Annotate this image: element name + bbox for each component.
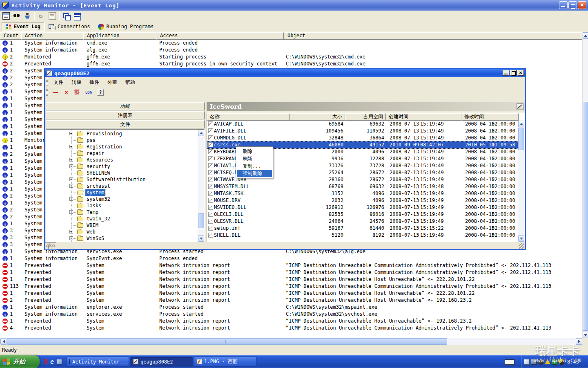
table-row[interactable]: 4 Prevented System Network intrusion rep… [0,325,582,332]
column-header-action[interactable]: Action [21,32,83,40]
report-icon[interactable] [49,12,56,20]
network-tray-icon[interactable] [531,359,537,365]
tree-item[interactable]: repair [46,150,198,157]
menu-item[interactable]: 插件 [85,78,103,86]
context-menu-item[interactable]: 刷新 [237,155,272,162]
file-row[interactable]: SHELL.DLL 5120 8192 2008-07-13 15:19:49 … [207,232,519,239]
table-row[interactable]: 1 Prevented System Network intrusion rep… [0,262,582,269]
icesword-window[interactable]: qeagup808E2 文件转储插件外观帮助 × GDT IDT LOG ? [44,68,526,250]
gdt-idt-tool[interactable]: GDT IDT [74,90,80,95]
warning-tray-icon[interactable] [545,359,550,364]
column-header-access[interactable]: Access [156,32,284,40]
column-header-count[interactable]: Count [0,32,21,40]
scroll-up-button[interactable] [583,32,588,39]
tree-item[interactable]: + Provisioning [46,130,198,137]
tree-item[interactable]: SHELLNEW [46,170,198,176]
column-header-application[interactable]: Application [83,32,156,40]
list-scroll-thumb[interactable] [518,128,525,150]
file-row[interactable]: OLESVR.DLL 24064 24576 2008-07-13 15:19:… [207,218,519,225]
icesword-minimize-button[interactable] [503,70,509,76]
minimize-button[interactable] [559,1,568,9]
tab-running-programs[interactable]: Running Programs [94,22,158,31]
table-row[interactable]: 1 System information explorer.exe Proces… [0,304,582,311]
table-row[interactable]: 1 Prevented System Network intrusion rep… [0,276,582,283]
tree-expander-icon[interactable]: + [69,177,73,181]
icesword-close-button[interactable] [517,70,524,76]
opera-icon[interactable]: O [44,358,47,366]
properties-icon[interactable] [2,12,10,20]
table-row[interactable]: 2 Prevented gff6.exe Starting process in… [0,61,582,67]
column-header-size[interactable]: 大小 [290,113,345,121]
refresh-icon[interactable] [38,12,45,20]
main-vertical-scrollbar[interactable] [582,32,588,338]
scroll-right-button[interactable] [576,338,582,345]
menu-item[interactable]: 帮助 [121,78,139,86]
minus-tool-icon[interactable] [53,92,58,93]
scroll-down-button[interactable] [583,332,588,338]
tree-expander-icon[interactable]: + [69,184,73,188]
opera-tray-icon[interactable] [538,359,543,365]
tree-expander-icon[interactable]: + [69,210,73,214]
tree-scroll-down-button[interactable] [198,235,205,242]
file-row[interactable]: MMSYSTEM.DLL 68768 69632 2008-07-13 15:1… [207,183,519,190]
table-row[interactable]: 1 System information alg.exe Process end… [0,47,582,54]
tab-event-log[interactable]: Event Log [2,22,45,31]
kaka-tray-icon[interactable] [552,359,557,365]
delete-tool-icon[interactable]: × [65,89,68,96]
column-header-created[interactable]: 创建时间 [386,113,461,121]
tile-windows-icon[interactable] [74,12,81,20]
tree-item[interactable]: + security [46,163,198,170]
icesword-tray-icon[interactable] [524,359,530,365]
file-row[interactable]: setup.inf 59167 61440 2008-07-13 15:15:2… [207,225,519,232]
icesword-titlebar[interactable]: qeagup808E2 [45,69,525,77]
tree-expander-icon[interactable]: + [69,197,73,201]
file-row[interactable]: COMMDLG.DLL 32848 36864 2008-07-13 15:19… [207,135,519,141]
tree-item[interactable]: WBEM [46,222,198,229]
column-header-object[interactable]: Object [284,32,582,40]
tree-item[interactable]: + system32 [46,196,198,202]
menu-item[interactable]: 文件 [49,78,67,86]
tree-item[interactable]: + Registration [46,144,198,150]
keyboard-language-icon[interactable] [505,359,514,365]
close-button[interactable] [578,1,586,9]
nav-button-functions[interactable]: 功能 [46,102,205,110]
file-row[interactable]: AVICAP.DLL 69584 69632 2008-07-13 15:19:… [207,121,519,128]
table-row[interactable]: 1 Prevented System Network intrusion rep… [0,318,582,325]
tray-clock[interactable]: 8:43 [567,359,579,365]
menu-item[interactable]: 外观 [103,78,121,86]
quicklaunch-app-icon[interactable] [57,359,62,365]
context-menu-item[interactable]: 删除 [237,148,272,155]
taskbar-button-qeagup[interactable]: qeagup808E2 [130,357,193,367]
menu-item[interactable]: 转储 [67,78,85,86]
taskbar-button-paint[interactable]: 1.PNG - 画图 [194,357,256,367]
tree-expander-icon[interactable]: + [69,158,73,162]
log-tool[interactable]: LOG [85,90,92,94]
file-list-scrollbar[interactable] [518,121,524,242]
table-row[interactable]: 113 Prevented System Network intrusion r… [0,283,582,290]
tree-item[interactable]: + Temp [46,209,198,215]
context-menu-item[interactable]: 复制... [237,162,272,170]
hscroll-thumb[interactable] [7,338,447,345]
tree-item[interactable]: Tasks [46,202,198,209]
table-row[interactable]: 1 System information SyncEvnt.exe Proces… [0,255,582,262]
tree-item[interactable]: + Web [46,229,198,235]
tree-item[interactable]: pss [46,137,198,144]
start-button[interactable]: 开始 [0,355,40,368]
find-icon[interactable] [13,12,20,20]
tree-item[interactable]: + Resources [46,157,198,163]
banner-pen-icon[interactable] [517,103,523,110]
file-row[interactable]: MOUSE.DRV 2032 4096 2008-07-13 15:19:49 … [207,197,519,204]
cascade-windows-icon[interactable] [63,12,70,20]
restore-button[interactable] [568,1,577,9]
nav-button-registry[interactable]: 注册表 [46,111,205,119]
context-menu-item[interactable]: 强制删除 [237,170,272,177]
scroll-left-button[interactable] [0,338,7,345]
tree-scroll-up-button[interactable] [198,130,205,136]
nav-button-files[interactable]: 文件 [46,120,205,128]
tree-scroll-thumb[interactable] [198,213,205,228]
tree-item[interactable]: twain_32 [46,215,198,222]
tab-connections[interactable]: Connections [45,22,94,31]
file-row[interactable]: MSVIDEO.DLL 126912 126976 2008-07-13 15:… [207,204,519,211]
tree-item[interactable]: + WinSxS [46,235,198,242]
vscroll-thumb[interactable] [583,102,588,331]
